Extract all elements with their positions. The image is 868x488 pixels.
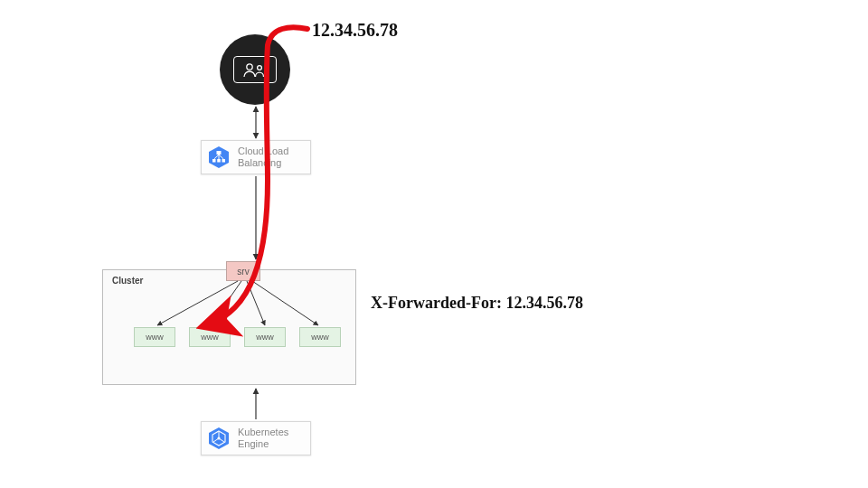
pod-node: www: [189, 327, 231, 347]
svg-point-1: [258, 66, 262, 70]
x-forwarded-for-annotation: X-Forwarded-For: 12.34.56.78: [371, 294, 583, 313]
gke-icon: [207, 427, 231, 450]
pod-node: www: [299, 327, 341, 347]
cluster-label: Cluster: [112, 276, 143, 286]
pod-label: www: [146, 333, 164, 342]
pod-label: www: [311, 333, 329, 342]
request-flow-arrow: [0, 0, 868, 488]
svg-rect-4: [212, 159, 216, 163]
svg-rect-6: [222, 159, 226, 163]
kubernetes-engine-node: Kubernetes Engine: [201, 421, 311, 455]
users-device-icon: [233, 56, 277, 83]
service-node: srv: [226, 261, 260, 281]
svg-rect-5: [217, 159, 221, 163]
load-balancer-icon: [207, 145, 231, 169]
kubernetes-engine-label: Kubernetes Engine: [238, 427, 288, 450]
svg-rect-3: [217, 151, 222, 155]
cloud-load-balancer-node: Cloud Load Balancing: [201, 140, 311, 174]
user-client-node: [220, 34, 290, 105]
load-balancer-label: Cloud Load Balancing: [238, 145, 288, 169]
svg-point-0: [247, 64, 252, 70]
pod-node: www: [134, 327, 175, 347]
client-ip-annotation: 12.34.56.78: [312, 20, 398, 41]
pod-node: www: [244, 327, 286, 347]
diagram-connectors: [0, 0, 868, 488]
service-label: srv: [237, 267, 249, 277]
pod-label: www: [201, 333, 219, 342]
pod-label: www: [256, 333, 274, 342]
